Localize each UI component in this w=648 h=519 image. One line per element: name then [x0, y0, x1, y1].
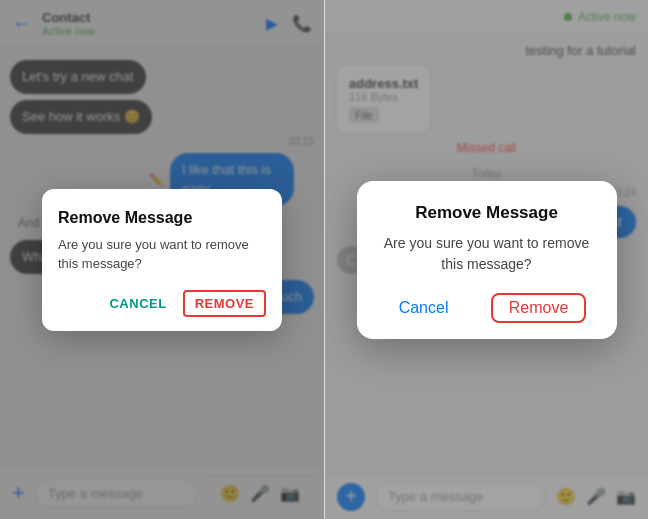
left-dialog-buttons: CANCEL REMOVE — [58, 290, 266, 317]
right-dialog-message: Are you sure you want to remove this mes… — [377, 233, 597, 275]
right-remove-button[interactable]: Remove — [491, 293, 587, 323]
right-panel: Active now testing for a tutorial addres… — [324, 0, 648, 519]
right-dialog-title: Remove Message — [377, 203, 597, 223]
right-dialog-buttons: Cancel Remove — [377, 293, 597, 323]
left-panel: ← Contact Active now ▶ 📞 Let's try a new… — [0, 0, 324, 519]
left-dialog-message: Are you sure you want to remove this mes… — [58, 235, 266, 274]
left-cancel-button[interactable]: CANCEL — [101, 290, 174, 317]
left-dialog-title: Remove Message — [58, 209, 266, 227]
right-cancel-button[interactable]: Cancel — [387, 293, 461, 323]
right-dialog-overlay: Remove Message Are you sure you want to … — [325, 0, 648, 519]
left-dialog: Remove Message Are you sure you want to … — [42, 189, 282, 331]
right-dialog: Remove Message Are you sure you want to … — [357, 181, 617, 339]
left-dialog-overlay: Remove Message Are you sure you want to … — [0, 0, 324, 519]
left-remove-button[interactable]: REMOVE — [183, 290, 266, 317]
